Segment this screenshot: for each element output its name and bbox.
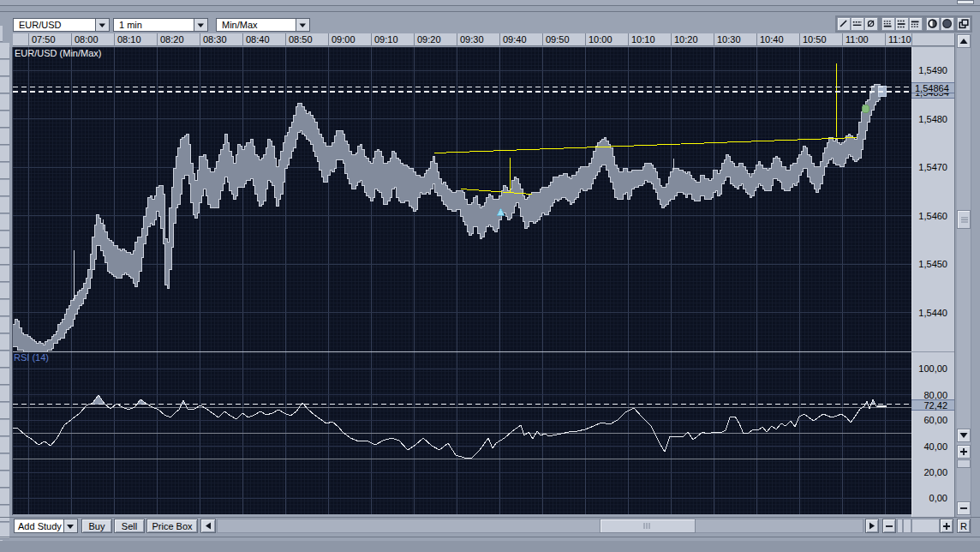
svg-text:RSI (14): RSI (14) — [14, 352, 49, 363]
svg-text:EUR/USD (Min/Max): EUR/USD (Min/Max) — [15, 48, 101, 58]
